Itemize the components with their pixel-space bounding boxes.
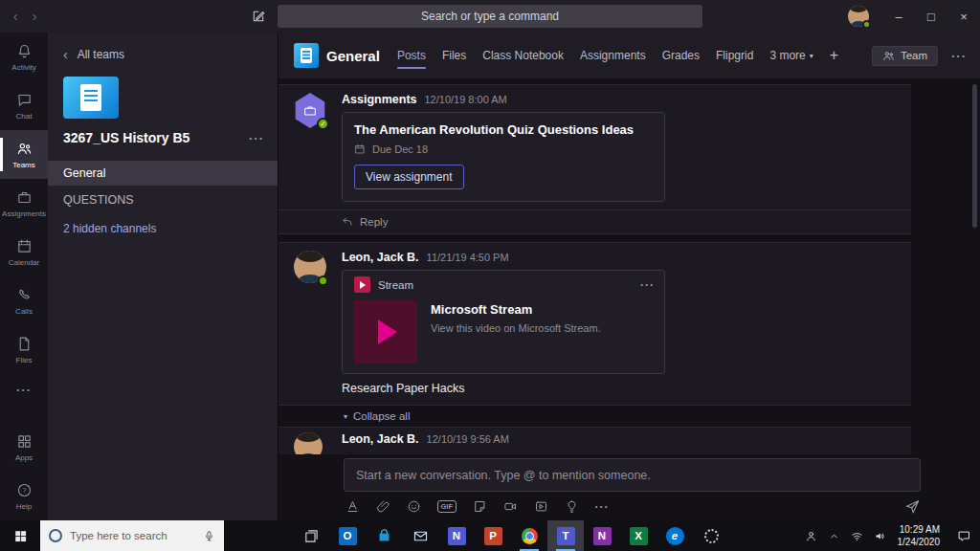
tab-files[interactable]: Files: [442, 33, 466, 78]
taskbar-apps: O N P T N X e: [293, 520, 729, 551]
stream-video-icon[interactable]: [534, 499, 548, 514]
taskbar-clock[interactable]: 10:29 AM 1/24/2020: [892, 523, 948, 548]
onenote-icon[interactable]: N: [584, 520, 620, 551]
store-icon[interactable]: [366, 520, 402, 551]
compose-area: GIF ···: [278, 454, 980, 520]
profile-avatar[interactable]: [848, 6, 869, 27]
format-icon[interactable]: [345, 499, 360, 514]
send-icon[interactable]: [904, 498, 921, 515]
powerpoint-icon[interactable]: P: [475, 520, 511, 551]
video-thumbnail[interactable]: [354, 300, 417, 364]
hidden-channels-link[interactable]: 2 hidden channels: [48, 222, 278, 235]
rail-item-chat[interactable]: Chat: [0, 81, 48, 130]
tab-more-tabs[interactable]: 3 more ▾: [769, 33, 813, 78]
command-search-box[interactable]: Search or type a command: [278, 5, 702, 28]
loading-spinner-icon[interactable]: [693, 520, 729, 551]
reply-arrow-icon: [342, 216, 353, 228]
teams-taskbar-icon[interactable]: T: [547, 520, 584, 551]
close-button[interactable]: ×: [947, 0, 980, 33]
rail-item-files[interactable]: Files: [0, 325, 48, 374]
hidden-icons-chevron[interactable]: [823, 520, 846, 551]
channel-questions[interactable]: QUESTIONS: [48, 187, 278, 212]
channel-title: General: [326, 48, 380, 64]
all-teams-back-link[interactable]: ‹ All teams: [48, 42, 278, 67]
reply-button[interactable]: Reply: [278, 209, 911, 233]
gif-icon[interactable]: GIF: [437, 500, 457, 513]
rail-item-teams[interactable]: Teams: [0, 130, 48, 179]
avatar-column: [294, 251, 330, 405]
maximize-button[interactable]: □: [915, 0, 947, 33]
play-icon: [378, 320, 397, 344]
task-view-button[interactable]: [293, 520, 329, 551]
meet-now-camera-icon[interactable]: [503, 499, 518, 514]
chat-icon: [16, 92, 33, 108]
nav-arrows: ‹ ›: [6, 9, 44, 24]
forward-icon[interactable]: ›: [25, 9, 44, 24]
people-icon: [882, 50, 895, 62]
minimize-button[interactable]: –: [882, 0, 915, 33]
tab-grades[interactable]: Grades: [662, 33, 700, 78]
more-options-icon[interactable]: ···: [951, 49, 967, 63]
mail-icon[interactable]: [402, 520, 438, 551]
tab-assignments[interactable]: Assignments: [580, 33, 646, 78]
lightbulb-icon[interactable]: [565, 499, 579, 514]
onenote-2016-icon[interactable]: N: [438, 520, 475, 551]
action-center-icon[interactable]: [947, 529, 980, 543]
rail-item-label: Apps: [15, 453, 33, 462]
collapse-all-link[interactable]: ▾ Collapse all: [278, 406, 911, 427]
sticker-icon[interactable]: [473, 499, 487, 514]
message-input-field[interactable]: [356, 469, 908, 482]
calendar-icon: [16, 238, 33, 254]
tab-posts[interactable]: Posts: [397, 33, 426, 78]
rail-more-icon[interactable]: ···: [0, 374, 48, 405]
more-options-icon[interactable]: ···: [595, 500, 610, 514]
card-more-options-icon[interactable]: ···: [640, 278, 655, 292]
message-input-box[interactable]: [344, 458, 921, 492]
rail-item-help[interactable]: ? Help: [0, 472, 48, 520]
status-available-icon: [862, 20, 871, 29]
briefcase-icon: [302, 103, 318, 119]
titlebar-right: – □ ×: [848, 0, 980, 33]
edge-icon[interactable]: e: [657, 520, 693, 551]
people-icon[interactable]: [800, 520, 823, 551]
message-text: Research Paper Hacks: [342, 382, 896, 405]
new-chat-icon[interactable]: [251, 0, 266, 33]
posts-feed[interactable]: ✓ Assignments 12/10/19 8:00 AM The Ameri…: [278, 78, 980, 454]
rail-item-apps[interactable]: Apps: [0, 423, 48, 472]
assignment-card[interactable]: The American Revolution Quiz Questions I…: [342, 112, 665, 202]
start-button[interactable]: [0, 520, 40, 551]
tab-class-notebook[interactable]: Class Notebook: [482, 33, 564, 78]
attach-icon[interactable]: [376, 499, 390, 514]
document-icon: [301, 48, 312, 63]
mic-icon[interactable]: [203, 530, 215, 542]
feed-scrollbar[interactable]: [972, 84, 977, 434]
header-actions: Team ···: [872, 46, 967, 66]
rail-item-assignments[interactable]: Assignments: [0, 179, 48, 228]
avatar-column: [294, 432, 330, 454]
back-icon[interactable]: ‹: [6, 9, 25, 24]
view-assignment-button[interactable]: View assignment: [354, 165, 464, 189]
add-tab-button[interactable]: +: [830, 33, 838, 78]
chrome-icon[interactable]: [511, 520, 547, 551]
rail-item-calendar[interactable]: Calendar: [0, 228, 48, 276]
rail-item-activity[interactable]: Activity: [0, 33, 48, 81]
outlook-icon[interactable]: O: [329, 520, 366, 551]
rail-item-label: Chat: [16, 112, 33, 121]
emoji-icon[interactable]: [407, 499, 421, 514]
tab-flipgrid[interactable]: Flipgrid: [716, 33, 753, 78]
rail-item-calls[interactable]: Calls: [0, 276, 48, 325]
volume-icon[interactable]: [869, 520, 892, 551]
team-button[interactable]: Team: [872, 46, 938, 66]
scrollbar-thumb[interactable]: [972, 84, 977, 228]
channel-general[interactable]: General: [48, 161, 278, 186]
briefcase-icon: [16, 189, 33, 206]
all-teams-label: All teams: [78, 48, 124, 61]
team-avatar[interactable]: [63, 77, 119, 119]
team-sidebar: ‹ All teams 3267_US History B5 ··· Gener…: [48, 33, 278, 520]
team-options-icon[interactable]: ···: [249, 131, 264, 145]
windows-search-input[interactable]: [70, 530, 195, 541]
excel-icon[interactable]: X: [620, 520, 657, 551]
wifi-icon[interactable]: [846, 520, 869, 551]
stream-card[interactable]: Stream ··· Microsoft Stream View this vi…: [342, 270, 665, 374]
windows-search-box[interactable]: [40, 520, 224, 551]
